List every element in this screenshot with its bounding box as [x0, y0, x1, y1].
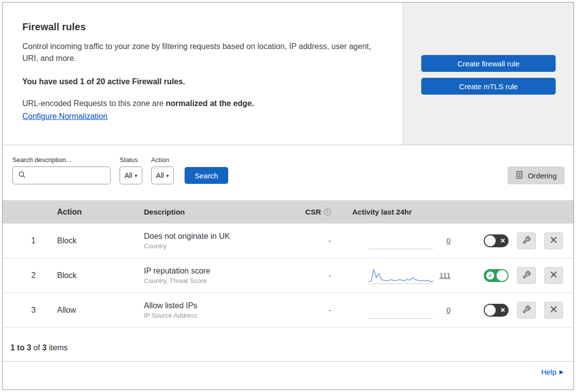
- table-row: 2 Block IP reputation score Country, Thr…: [2, 258, 574, 293]
- table-row: 1 Block Does not originate in UK Country…: [2, 224, 574, 258]
- header-text-area: Firewall rules Control incoming traffic …: [2, 2, 403, 145]
- edit-rule-button[interactable]: [517, 232, 536, 249]
- rule-enabled-toggle[interactable]: ✓ ×: [484, 234, 509, 247]
- rule-activity-cell: 0: [345, 302, 456, 319]
- rule-criteria: Country, Threat Score: [144, 277, 295, 284]
- close-icon: [550, 306, 557, 314]
- filter-toolbar: Search description... Status All ▾ Actio…: [2, 145, 574, 200]
- rule-priority: 2: [2, 271, 50, 280]
- close-icon: [550, 236, 557, 245]
- activity-sparkline: [369, 267, 433, 284]
- delete-rule-button[interactable]: [544, 302, 563, 319]
- action-dropdown[interactable]: All ▾: [151, 167, 174, 184]
- status-filter-group: Status All ▾: [120, 156, 142, 184]
- ordering-button-label: Ordering: [528, 171, 557, 180]
- items-total: 3: [42, 343, 47, 352]
- rule-controls-cell: ✓ ×: [456, 232, 574, 249]
- search-group: Search description...: [12, 156, 111, 184]
- configure-normalization-link[interactable]: Configure Normalization: [22, 112, 108, 120]
- search-button[interactable]: Search: [185, 167, 228, 184]
- rule-priority: 3: [2, 306, 50, 315]
- csr-header-label: CSR: [305, 208, 321, 216]
- rule-description: Does not originate in UK: [144, 232, 295, 241]
- rule-csr: -: [295, 236, 345, 245]
- help-link[interactable]: Help ▶: [541, 368, 564, 376]
- normalization-prefix: URL-encoded Requests to this zone are: [22, 99, 166, 108]
- activity-count-link[interactable]: 0: [447, 306, 450, 314]
- toggle-knob: [497, 270, 508, 281]
- create-mtls-rule-button[interactable]: Create mTLS rule: [421, 78, 556, 95]
- status-dropdown[interactable]: All ▾: [120, 167, 142, 184]
- search-input-box[interactable]: [12, 167, 111, 184]
- rule-description-cell: IP reputation score Country, Threat Scor…: [136, 267, 295, 284]
- rule-activity-cell: 0: [345, 232, 456, 249]
- table-row: 3 Allow Allow listed IPs IP Source Addre…: [2, 293, 574, 328]
- page-title: Firewall rules: [22, 21, 383, 33]
- wrench-icon: [522, 305, 531, 315]
- arrow-right-icon: ▶: [560, 369, 564, 375]
- search-label: Search description...: [12, 156, 111, 164]
- rule-action: Block: [50, 271, 136, 280]
- rule-action: Allow: [50, 306, 136, 315]
- usage-summary: You have used 1 of 20 active Firewall ru…: [22, 77, 383, 86]
- pagination-summary: 1 to 3 of 3 items: [2, 328, 574, 362]
- wrench-icon: [522, 236, 531, 246]
- header-section: Firewall rules Control incoming traffic …: [2, 2, 574, 145]
- action-dropdown-value: All: [156, 171, 164, 179]
- rule-enabled-toggle[interactable]: ✓ ×: [484, 269, 509, 282]
- rule-csr: -: [295, 306, 345, 314]
- rule-description-cell: Does not originate in UK Country: [136, 232, 295, 250]
- create-firewall-rule-button[interactable]: Create firewall rule: [421, 55, 556, 72]
- edit-rule-button[interactable]: [517, 302, 536, 319]
- header-description-column: Description: [136, 208, 295, 216]
- rule-controls-cell: ✓ ×: [456, 267, 574, 284]
- activity-sparkline: [369, 302, 433, 319]
- rule-enabled-toggle[interactable]: ✓ ×: [484, 304, 509, 317]
- rules-table-header: Action Description CSR i Activity last 2…: [2, 200, 574, 224]
- activity-count-link[interactable]: 0: [447, 236, 450, 245]
- action-filter-group: Action All ▾: [151, 156, 174, 184]
- items-label: items: [47, 343, 68, 352]
- items-of-text: of: [31, 343, 42, 352]
- status-dropdown-value: All: [125, 171, 132, 179]
- x-icon: ×: [501, 305, 505, 315]
- status-label: Status: [120, 156, 142, 164]
- items-range: 1 to 3: [10, 343, 31, 352]
- delete-rule-button[interactable]: [544, 267, 563, 284]
- normalization-bold: normalized at the edge.: [166, 99, 254, 108]
- rule-description-cell: Allow listed IPs IP Source Address: [136, 301, 295, 319]
- help-link-label: Help: [541, 368, 557, 376]
- check-icon: ✓: [486, 272, 494, 280]
- header-activity-column: Activity last 24hr: [345, 208, 456, 216]
- close-icon: [550, 271, 557, 280]
- search-icon: [18, 170, 26, 181]
- page-description: Control incoming traffic to your zone by…: [22, 41, 383, 64]
- activity-count-link[interactable]: 111: [439, 271, 450, 280]
- rule-criteria: IP Source Address: [144, 312, 295, 319]
- rule-priority: 1: [2, 236, 50, 245]
- help-bar: Help ▶: [2, 362, 574, 384]
- toggle-knob: [485, 235, 496, 246]
- search-input[interactable]: [29, 171, 105, 179]
- rule-description: IP reputation score: [144, 267, 295, 276]
- ordering-button[interactable]: Ordering: [508, 167, 565, 184]
- ordering-list-icon: [515, 170, 523, 181]
- edit-rule-button[interactable]: [517, 267, 536, 284]
- info-icon[interactable]: i: [324, 209, 331, 216]
- header-csr-column: CSR i: [295, 208, 345, 216]
- rule-activity-cell: 111: [345, 267, 456, 284]
- header-actions-area: Create firewall rule Create mTLS rule: [403, 2, 574, 145]
- x-icon: ×: [501, 236, 505, 245]
- chevron-down-icon: ▾: [166, 173, 169, 178]
- chevron-down-icon: ▾: [135, 173, 137, 178]
- rule-criteria: Country: [144, 242, 295, 250]
- wrench-icon: [522, 271, 531, 280]
- rule-action: Block: [50, 236, 136, 245]
- toggle-knob: [485, 305, 496, 316]
- normalization-text: URL-encoded Requests to this zone are no…: [22, 99, 383, 108]
- header-action-column: Action: [50, 208, 136, 217]
- delete-rule-button[interactable]: [544, 232, 563, 249]
- firewall-rules-panel: Firewall rules Control incoming traffic …: [2, 2, 574, 390]
- action-label: Action: [151, 156, 174, 164]
- activity-sparkline: [369, 232, 433, 249]
